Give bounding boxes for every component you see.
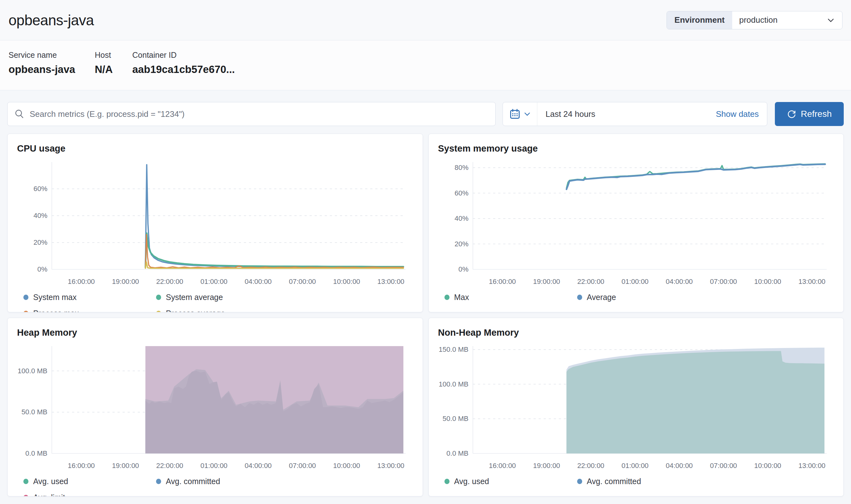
svg-text:0%: 0% xyxy=(37,265,47,273)
search-icon xyxy=(15,109,25,119)
svg-text:16:00:00: 16:00:00 xyxy=(68,277,95,286)
legend-item[interactable]: Average xyxy=(577,293,710,302)
svg-text:04:00:00: 04:00:00 xyxy=(245,462,272,470)
chevron-down-icon xyxy=(826,16,835,25)
svg-text:22:00:00: 22:00:00 xyxy=(156,462,183,470)
legend-item[interactable]: Avg. used xyxy=(23,477,156,486)
svg-text:13:00:00: 13:00:00 xyxy=(377,462,404,470)
svg-text:22:00:00: 22:00:00 xyxy=(577,462,604,470)
svg-text:19:00:00: 19:00:00 xyxy=(533,277,560,286)
charts-grid: CPU usage 0%20%40%60%16:00:0019:00:0022:… xyxy=(7,133,844,497)
container-id-value: aab19ca1cb57e670... xyxy=(132,64,235,75)
legend-item[interactable]: System average xyxy=(156,293,289,302)
non-heap-memory-legend: Avg. usedAvg. committed xyxy=(444,477,834,493)
legend-item[interactable]: Avg. limit xyxy=(23,493,156,497)
toolbar: Last 24 hours Show dates Refresh xyxy=(7,102,844,126)
svg-text:10:00:00: 10:00:00 xyxy=(754,277,781,286)
legend-item[interactable]: Max xyxy=(444,293,577,302)
svg-text:19:00:00: 19:00:00 xyxy=(112,462,139,470)
refresh-button[interactable]: Refresh xyxy=(775,102,844,126)
svg-text:01:00:00: 01:00:00 xyxy=(621,277,649,286)
system-memory-chart[interactable]: 0%20%40%60%80%16:00:0019:00:0022:00:0001… xyxy=(438,157,838,290)
non-heap-memory-chart[interactable]: 0.0 MB50.0 MB100.0 MB150.0 MB16:00:0019:… xyxy=(438,341,838,474)
legend-item[interactable]: Avg. used xyxy=(444,477,577,486)
chevron-down-icon xyxy=(523,110,531,118)
legend-item[interactable]: Avg. committed xyxy=(577,477,710,486)
svg-text:07:00:00: 07:00:00 xyxy=(710,277,737,286)
svg-text:22:00:00: 22:00:00 xyxy=(577,277,604,286)
svg-text:01:00:00: 01:00:00 xyxy=(200,277,227,286)
svg-text:19:00:00: 19:00:00 xyxy=(112,277,139,286)
svg-text:0%: 0% xyxy=(458,265,468,273)
date-quick-select-button[interactable] xyxy=(503,102,537,126)
service-name-field: Service name opbeans-java xyxy=(8,51,75,75)
metrics-search-box xyxy=(7,102,496,126)
legend-item[interactable]: Process max xyxy=(23,309,156,312)
legend-label: Avg. limit xyxy=(33,493,65,497)
cpu-usage-panel: CPU usage 0%20%40%60%16:00:0019:00:0022:… xyxy=(7,133,423,312)
legend-label: Max xyxy=(454,293,469,302)
svg-text:01:00:00: 01:00:00 xyxy=(621,462,649,470)
svg-text:60%: 60% xyxy=(34,185,47,193)
legend-label: Avg. used xyxy=(454,477,489,486)
legend-label: Process max xyxy=(33,309,79,312)
svg-text:0.0 MB: 0.0 MB xyxy=(446,449,468,457)
svg-text:150.0 MB: 150.0 MB xyxy=(439,345,468,353)
legend-label: Avg. committed xyxy=(587,477,641,486)
legend-item[interactable]: Process average xyxy=(156,309,289,312)
cpu-usage-chart[interactable]: 0%20%40%60%16:00:0019:00:0022:00:0001:00… xyxy=(17,157,416,290)
legend-dot-icon xyxy=(23,495,29,497)
svg-text:80%: 80% xyxy=(454,164,468,172)
cpu-usage-legend: System maxSystem averageProcess maxProce… xyxy=(23,293,413,312)
legend-dot-icon xyxy=(577,295,582,300)
legend-item[interactable]: Avg. committed xyxy=(156,477,289,486)
svg-text:16:00:00: 16:00:00 xyxy=(489,462,516,470)
legend-label: Process average xyxy=(166,309,225,312)
svg-text:10:00:00: 10:00:00 xyxy=(754,462,781,470)
legend-item[interactable]: System max xyxy=(23,293,156,302)
refresh-icon xyxy=(787,109,801,119)
svg-text:20%: 20% xyxy=(34,238,47,246)
svg-text:50.0 MB: 50.0 MB xyxy=(21,408,47,416)
environment-value: production xyxy=(739,15,777,25)
environment-label: Environment xyxy=(667,11,732,29)
svg-text:19:00:00: 19:00:00 xyxy=(533,462,560,470)
legend-dot-icon xyxy=(444,295,449,300)
legend-dot-icon xyxy=(156,295,161,300)
legend-label: System max xyxy=(33,293,77,302)
svg-text:40%: 40% xyxy=(454,214,468,222)
time-range-value[interactable]: Last 24 hours xyxy=(537,109,716,119)
service-name-value: opbeans-java xyxy=(8,64,75,75)
heap-memory-panel: Heap Memory 0.0 MB50.0 MB100.0 MB16:00:0… xyxy=(7,318,423,497)
service-info-bar: Service name opbeans-java Host N/A Conta… xyxy=(0,40,851,90)
search-input[interactable] xyxy=(30,109,489,119)
svg-text:0.0 MB: 0.0 MB xyxy=(25,449,47,457)
page-title: opbeans-java xyxy=(8,12,94,29)
svg-text:01:00:00: 01:00:00 xyxy=(200,462,227,470)
svg-text:22:00:00: 22:00:00 xyxy=(156,277,183,286)
cpu-usage-title: CPU usage xyxy=(17,143,413,154)
svg-text:10:00:00: 10:00:00 xyxy=(333,462,360,470)
legend-label: Average xyxy=(587,293,616,302)
calendar-icon xyxy=(509,108,520,120)
legend-dot-icon xyxy=(444,479,449,484)
refresh-label: Refresh xyxy=(801,109,832,119)
svg-text:60%: 60% xyxy=(454,189,468,197)
svg-text:13:00:00: 13:00:00 xyxy=(798,277,826,286)
svg-text:04:00:00: 04:00:00 xyxy=(666,277,693,286)
service-name-label: Service name xyxy=(8,51,75,60)
environment-select[interactable]: production xyxy=(732,11,842,29)
svg-text:07:00:00: 07:00:00 xyxy=(289,462,316,470)
show-dates-link[interactable]: Show dates xyxy=(716,109,767,119)
heap-memory-chart[interactable]: 0.0 MB50.0 MB100.0 MB16:00:0019:00:0022:… xyxy=(17,341,416,474)
legend-label: Avg. used xyxy=(33,477,68,486)
legend-dot-icon xyxy=(156,479,161,484)
legend-dot-icon xyxy=(23,295,29,300)
svg-text:13:00:00: 13:00:00 xyxy=(377,277,404,286)
svg-text:20%: 20% xyxy=(454,240,468,248)
container-id-label: Container ID xyxy=(132,51,235,60)
non-heap-memory-panel: Non-Heap Memory 0.0 MB50.0 MB100.0 MB150… xyxy=(428,318,844,497)
environment-control: Environment production xyxy=(667,11,843,29)
page-header: opbeans-java Environment production xyxy=(0,0,851,40)
heap-memory-title: Heap Memory xyxy=(17,327,413,338)
